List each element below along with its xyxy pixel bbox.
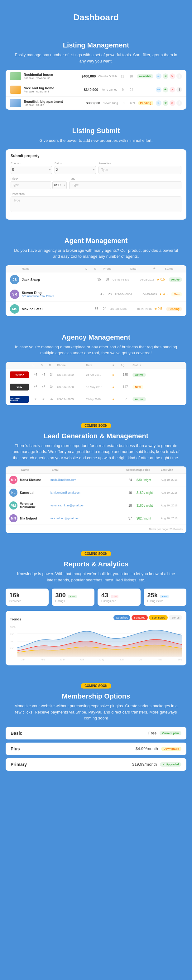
lead-avatar: KL xyxy=(9,488,17,497)
agency-rating: ★ xyxy=(112,373,118,377)
agent-date: 04-25-2019 xyxy=(142,293,157,296)
reports-coming-soon-badge: COMING SOON xyxy=(81,551,111,556)
plan-name: Basic xyxy=(11,731,22,736)
agency-date: 7 May 2019 xyxy=(86,398,109,401)
edit-icon[interactable]: ✏ xyxy=(156,100,162,106)
delete-icon[interactable]: ✕ xyxy=(170,73,175,79)
page-wrapper: Dashboard Listing Management Easily mana… xyxy=(0,0,192,791)
chart-tab-sponsored[interactable]: Sponsored xyxy=(149,615,168,620)
agency-listings: 46 xyxy=(33,373,38,377)
listing-baths: 24 xyxy=(128,88,135,92)
reports-coming-soon-wrap: COMING SOON xyxy=(0,550,192,559)
more-icon[interactable]: ⋮ xyxy=(176,87,182,92)
plan-badge: Downgrade xyxy=(161,747,181,751)
view-icon[interactable]: 👁 xyxy=(163,73,168,79)
agency-agents-count: 135 xyxy=(121,373,130,377)
membership-plan-primary: Primary $19.99/month ✓ Upgraded xyxy=(6,758,186,771)
agent-date: 04-25-2016 xyxy=(137,307,151,310)
lead-searches: 10 xyxy=(126,491,134,495)
baths-select[interactable]: 2 ▾ xyxy=(55,166,96,174)
edit-icon[interactable]: ✏ xyxy=(156,87,162,92)
chevron-down-icon: ▾ xyxy=(64,184,65,186)
lead-searches: 18 xyxy=(126,504,134,508)
delete-icon[interactable]: ✕ xyxy=(170,87,175,92)
agency-rent: 34 xyxy=(49,373,55,377)
header-r: R xyxy=(49,364,55,367)
price-input[interactable]: Type xyxy=(11,181,51,189)
agency-logo: RE/MAX xyxy=(10,371,29,378)
agent-listings: 35 xyxy=(93,307,99,310)
lead-searches: 37 xyxy=(126,517,134,520)
description-label: Description xyxy=(11,192,181,196)
chart-card: Trends Searches Featured Sponsored Store… xyxy=(6,611,186,665)
agent-company[interactable]: SR Insurance Real Estate xyxy=(22,294,96,298)
agent-avatar: SR xyxy=(10,290,19,299)
agent-name: Jack Sharp xyxy=(22,278,94,282)
chart-tab-featured[interactable]: Featured xyxy=(132,615,148,620)
chart-tab-searches[interactable]: Searches xyxy=(113,615,130,620)
baths-label: Baths xyxy=(55,162,96,165)
plan-badge: Current plan xyxy=(160,731,181,735)
agent-status-badge: New xyxy=(171,292,182,296)
view-icon[interactable]: 👁 xyxy=(163,87,168,92)
lead-avg-price: $82 / night xyxy=(137,517,158,520)
listing-management-subtitle: Easily manage any number of listings wit… xyxy=(0,52,192,64)
lead-generation-title: Lead Generation & Management xyxy=(0,432,192,440)
agency-sales: 46 xyxy=(41,373,46,377)
amenities-input[interactable]: Type xyxy=(99,166,181,174)
chart-area-wrapper: 1000 750 500 250 0 xyxy=(10,626,182,657)
agency-agents-count: 147 xyxy=(121,385,130,389)
listing-status-badge: Pending xyxy=(138,101,154,105)
form-group-price: Price* Type USD ▾ xyxy=(11,177,67,189)
edit-icon[interactable]: ✏ xyxy=(156,73,162,79)
listing-baths: 409 xyxy=(129,102,135,105)
lead-row: MN Mia Netport mia.netport@gmail.com 37 … xyxy=(6,512,186,525)
stat-number: 16k xyxy=(9,592,45,599)
agent-info: Steven Ring SR Insurance Real Estate xyxy=(22,291,96,298)
agency-logo-cell: RE/MAX xyxy=(10,371,30,378)
listing-thumbnail xyxy=(10,72,21,80)
lead-pagination: Rows per page: 25 Results xyxy=(6,525,186,533)
listing-actions: ✏ 👁 ✕ ⋮ xyxy=(156,73,182,79)
membership-section: COMING SOON Membership Options Monetize … xyxy=(0,673,192,782)
listing-baths: 18 xyxy=(128,75,134,78)
agency-rating: ★ xyxy=(112,385,118,389)
agency-rating: ★ xyxy=(112,398,118,401)
listing-price: $400,000 xyxy=(82,74,96,78)
stat-label: Listing views xyxy=(148,600,183,603)
lead-name: Karen Lol xyxy=(20,491,48,495)
stat-change-badge: +3% xyxy=(68,595,76,598)
stat-card-views: 25k +5% Listing views xyxy=(144,589,187,606)
lead-row: KL Karen Lol k.miuwebm@gmail.com 10 $180… xyxy=(6,487,186,499)
currency-select[interactable]: USD ▾ xyxy=(52,181,67,189)
lead-email: maria@mailtest.com xyxy=(50,478,124,481)
listing-info: Residential house For sale · Townhouse xyxy=(24,73,79,80)
agent-status-badge: Active xyxy=(168,277,182,282)
tags-input[interactable]: Type xyxy=(69,181,181,189)
description-input[interactable]: Type xyxy=(11,197,181,212)
more-icon[interactable]: ⋮ xyxy=(176,73,182,79)
agency-phone: US-834-5560 xyxy=(57,385,83,389)
listing-row: Residential house For sale · Townhouse $… xyxy=(6,70,186,83)
chart-tab-stores[interactable]: Stores xyxy=(169,615,182,620)
listing-name: Beautiful, big apartment xyxy=(24,100,83,103)
stat-label: Searches xyxy=(9,600,45,603)
listing-submit-subtitle: Give users the power to add new properti… xyxy=(0,137,192,144)
plan-price: $4.99/month xyxy=(135,746,158,751)
agent-row: SR Steven Ring SR Insurance Real Estate … xyxy=(6,287,186,302)
rooms-select[interactable]: 5 ▾ xyxy=(11,166,52,174)
agency-date: 24 Apr 2012 xyxy=(86,373,109,377)
view-icon[interactable]: 👁 xyxy=(163,100,168,106)
more-icon[interactable]: ⋮ xyxy=(176,100,182,106)
agent-name: Maxine Steel xyxy=(22,307,91,311)
agency-row: RE/MAX 46 46 34 US-834-5852 24 Apr 2012 … xyxy=(6,369,186,381)
agency-management-card: L S R Phone Date ★ Ag Status RE/MAX 46 4… xyxy=(6,362,186,405)
delete-icon[interactable]: ✕ xyxy=(170,100,175,106)
agent-phone: US-834-5834 xyxy=(115,293,140,296)
header-avg-price: Avg. Price xyxy=(137,468,158,471)
chart-y-labels: 1000 750 500 250 0 xyxy=(10,626,16,657)
form-row-rooms: Rooms* 5 ▾ Baths 2 ▾ Ame xyxy=(11,162,181,174)
agency-row: Gray 46 46 34 US-834-5560 13 May 2016 ★ … xyxy=(6,381,186,393)
listing-type: For sale · Townhouse xyxy=(24,76,79,80)
agency-phone: US-834-2835 xyxy=(57,398,83,401)
